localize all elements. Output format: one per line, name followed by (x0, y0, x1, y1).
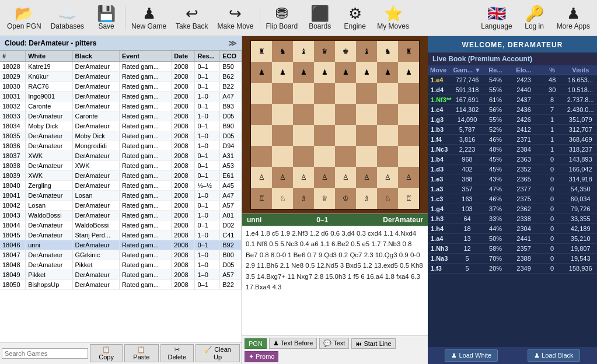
lbth-pct[interactable]: % (538, 66, 567, 74)
cell-6-3[interactable]: ♙ (314, 167, 335, 188)
cell-7-6[interactable]: ♘ (377, 188, 398, 209)
cell-6-1[interactable]: ♙ (272, 167, 293, 188)
cell-7-2[interactable]: ♗ (293, 188, 314, 209)
load-black-button[interactable]: ♟ Load Black (528, 349, 579, 362)
col-header-event[interactable]: Event (119, 51, 171, 62)
live-book-row[interactable]: 1.g4 103 37% 2362 0 79,726 (428, 204, 597, 214)
take-back-button[interactable]: ↩ Take Back (171, 1, 212, 35)
live-book-row[interactable]: 1.c4 114,302 56% 2436 7 2.430.0... (428, 105, 597, 115)
cell-1-1[interactable]: ♟ (272, 62, 293, 83)
cell-5-4[interactable] (335, 146, 356, 167)
cell-3-1[interactable] (272, 104, 293, 125)
open-pgn-button[interactable]: 📂 Open PGN (2, 1, 46, 35)
col-header-result[interactable]: Res... (195, 51, 220, 62)
cell-2-2[interactable] (293, 83, 314, 104)
cell-2-4[interactable] (335, 83, 356, 104)
cell-7-5[interactable]: ♗ (356, 188, 377, 209)
cell-7-7[interactable]: ♖ (398, 188, 419, 209)
table-row[interactable]: 18039 XWK DerAmateur Rated gam... 2008 0… (0, 171, 242, 181)
col-header-black[interactable]: Black (72, 51, 119, 62)
lbth-visits[interactable]: Visits (566, 66, 595, 74)
cell-6-5[interactable]: ♙ (356, 167, 377, 188)
live-book-row[interactable]: 1.Nc3 2,223 48% 2384 1 318,237 (428, 145, 597, 155)
table-row[interactable]: 18050 BishopsUp DerAmateur Rated gam... … (0, 280, 242, 290)
table-row[interactable]: 18033 DerAmateur Caronte Rated gam... 20… (0, 111, 242, 121)
cell-7-4[interactable]: ♔ (335, 188, 356, 209)
cell-3-7[interactable] (398, 104, 419, 125)
cell-2-7[interactable] (398, 83, 419, 104)
live-book-row[interactable]: 1.a4 13 50% 2441 0 35,210 (428, 234, 597, 244)
cell-0-0[interactable]: ♜ (251, 41, 272, 62)
language-button[interactable]: 🇬🇧 Language (476, 1, 516, 35)
my-moves-button[interactable]: ⭐ My Moves (372, 1, 414, 35)
cell-5-1[interactable] (272, 146, 293, 167)
cell-1-3[interactable]: ♟ (314, 62, 335, 83)
cell-2-1[interactable] (272, 83, 293, 104)
table-row[interactable]: 18047 DerAmateur GGrkinic Rated gam... 2… (0, 250, 242, 260)
live-book-row[interactable]: 1.Nf3** 167,691 61% 2437 8 2.737.8... (428, 95, 597, 105)
table-row[interactable]: 18046 unni DerAmateur Rated gam... 2008 … (0, 240, 242, 250)
table-row[interactable]: 18049 Pikket DerAmateur Rated gam... 200… (0, 270, 242, 280)
paste-button[interactable]: 📋 Paste (124, 344, 159, 362)
table-row[interactable]: 18031 Ingo9001 DerAmateur Rated gam... 2… (0, 92, 242, 102)
cell-6-0[interactable]: ♙ (251, 167, 272, 188)
live-book-row[interactable]: 1.h4 18 44% 2304 0 42,189 (428, 224, 597, 234)
cell-6-4[interactable]: ♙ (335, 167, 356, 188)
cell-2-6[interactable] (377, 83, 398, 104)
cell-5-2[interactable] (293, 146, 314, 167)
live-book-row[interactable]: 1.c3 163 46% 2375 0 60,034 (428, 194, 597, 204)
lbth-result[interactable]: Re... (481, 66, 510, 74)
table-row[interactable]: 18043 WaldoBossi DerAmateur Rated gam...… (0, 211, 242, 220)
table-row[interactable]: 18042 Losan DerAmateur Rated gam... 2008… (0, 201, 242, 211)
cell-5-6[interactable] (377, 146, 398, 167)
live-book-row[interactable]: 1.Na3 5 70% 2388 0 19,543 (428, 254, 597, 264)
new-game-button[interactable]: ♟ New Game (127, 1, 171, 35)
cell-6-2[interactable]: ♙ (293, 167, 314, 188)
cell-2-3[interactable] (314, 83, 335, 104)
cell-2-0[interactable] (251, 83, 272, 104)
cell-3-3[interactable] (314, 104, 335, 125)
copy-button[interactable]: 📋 Copy (90, 344, 123, 362)
live-book-row[interactable]: 1.b4 968 45% 2363 0 143,893 (428, 155, 597, 164)
databases-button[interactable]: ☁️ Databases (46, 1, 89, 35)
cell-0-4[interactable]: ♚ (335, 41, 356, 62)
flip-board-button[interactable]: ⛃ Flip Board (261, 1, 303, 35)
cell-1-5[interactable]: ♟ (356, 62, 377, 83)
cell-1-2[interactable]: ♟ (293, 62, 314, 83)
cell-0-5[interactable]: ♝ (356, 41, 377, 62)
live-book-row[interactable]: 1.e4 727,746 54% 2423 48 16.653... (428, 75, 597, 85)
table-row[interactable]: 18041 DerAmateur Losan Rated gam... 2008… (0, 191, 242, 201)
cell-6-6[interactable]: ♙ (377, 167, 398, 188)
table-row[interactable]: 18029 Knúkur DerAmateur Rated gam... 200… (0, 72, 242, 82)
live-book-row[interactable]: 1.h3 64 33% 2338 0 33,355 (428, 214, 597, 224)
cell-4-3[interactable] (314, 125, 335, 146)
cell-3-6[interactable] (377, 104, 398, 125)
make-move-button[interactable]: ↪ Make Move (212, 1, 258, 35)
more-apps-button[interactable]: ♟ More Apps (552, 1, 595, 35)
cell-4-4[interactable] (335, 125, 356, 146)
cell-4-7[interactable] (398, 125, 419, 146)
boards-button[interactable]: ⬛ Boards (302, 1, 337, 35)
cell-3-4[interactable] (335, 104, 356, 125)
cell-1-4[interactable]: ♟ (335, 62, 356, 83)
table-row[interactable]: 18030 RAC76 DerAmateur Rated gam... 2008… (0, 82, 242, 92)
pgn-button[interactable]: PGN (245, 338, 267, 349)
cell-7-0[interactable]: ♖ (251, 188, 272, 209)
col-header-eco[interactable]: ECO (220, 51, 242, 62)
cell-7-1[interactable]: ♘ (272, 188, 293, 209)
table-row[interactable]: 18037 XWK DerAmateur Rated gam... 2008 0… (0, 151, 242, 161)
live-book-row[interactable]: 1.e3 388 43% 2365 0 314,918 (428, 174, 597, 184)
cell-4-6[interactable] (377, 125, 398, 146)
cell-1-7[interactable]: ♟ (398, 62, 419, 83)
cell-6-7[interactable]: ♙ (398, 167, 419, 188)
table-row[interactable]: 18032 Caronte DerAmateur Rated gam... 20… (0, 102, 242, 111)
lbth-games[interactable]: Gam... ▼ (453, 66, 481, 74)
live-book-row[interactable]: 1.d3 402 45% 2352 0 166,042 (428, 164, 597, 174)
lbth-move[interactable]: Move (430, 66, 453, 74)
cell-4-2[interactable] (293, 125, 314, 146)
cell-2-5[interactable] (356, 83, 377, 104)
cell-5-0[interactable] (251, 146, 272, 167)
games-table[interactable]: # White Black Event Date Res... ECO 1802… (0, 51, 242, 342)
table-row[interactable]: 18040 Zergling DerAmateur Rated gam... 2… (0, 181, 242, 191)
delete-button[interactable]: ✂ Delete (160, 344, 194, 362)
